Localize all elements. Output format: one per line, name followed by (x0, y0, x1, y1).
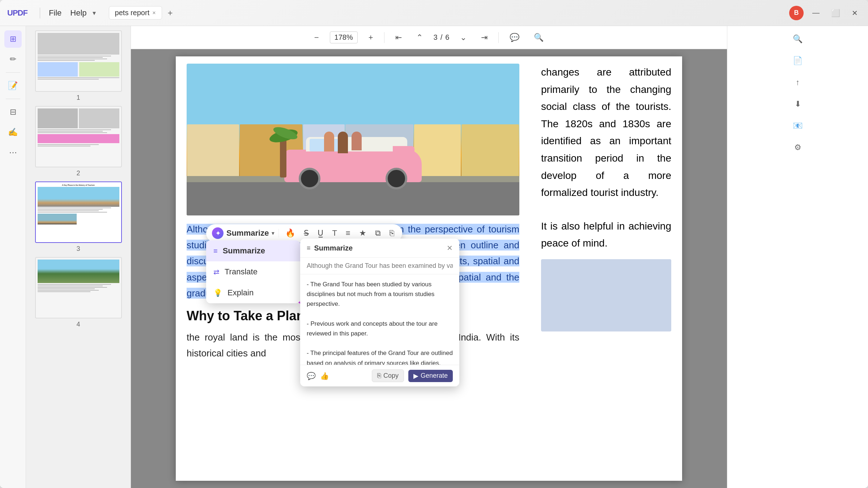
thumbnail-page-2[interactable]: 2 (30, 106, 126, 177)
result-title: Summarize (314, 244, 443, 252)
zoom-out-button[interactable]: − (311, 31, 323, 44)
summarize-menu-label: Summarize (223, 246, 265, 256)
generate-label: Generate (421, 372, 448, 380)
titlebar-divider (40, 8, 40, 18)
thumbnail-page-3[interactable]: A Key Phase in the History of Tourism 3 (30, 181, 126, 253)
summarize-dropdown-arrow[interactable]: ▾ (272, 230, 274, 236)
right-panel-email-icon[interactable]: 📧 (789, 117, 807, 134)
maximize-button[interactable]: ⬜ (828, 7, 843, 19)
toolbar-divider-1 (384, 32, 384, 43)
nav-prev-button[interactable]: ⌃ (413, 31, 426, 44)
nav-last-button[interactable]: ⇥ (477, 31, 491, 44)
nav-next-button[interactable]: ⌄ (456, 31, 470, 44)
result-header: ≡ Summarize ✕ (300, 239, 459, 258)
result-footer: 💬 👍 ⎘ Copy ▶ Generate (300, 365, 459, 386)
summarize-menu-icon: ≡ (213, 247, 218, 255)
thumbnail-page-1[interactable]: 1 (30, 30, 126, 102)
result-line-3: - The principal features of the Grand To… (307, 348, 453, 365)
thumb-img-2 (35, 106, 122, 167)
right-panel-upload-icon[interactable]: ↑ (789, 74, 807, 91)
copy-label: Copy (383, 372, 399, 380)
result-input-field[interactable] (307, 262, 453, 270)
window-controls: B — ⬜ ✕ (789, 6, 861, 20)
thumb-num-2: 2 (76, 170, 80, 177)
thumb-img-3: A Key Phase in the History of Tourism (35, 181, 122, 243)
titlebar-dropdown-arrow[interactable]: ▾ (93, 9, 96, 17)
titlebar-menu: File Help (49, 8, 87, 18)
doc-image (187, 64, 519, 215)
toolbar-underline-icon[interactable]: U̲ (315, 227, 326, 239)
sidebar-divider-2 (6, 99, 20, 99)
total-pages: 6 (445, 33, 449, 42)
thumb-img-1 (35, 30, 122, 92)
dropdown-summarize[interactable]: ≡ Summarize (206, 240, 300, 261)
copy-button[interactable]: ⎘ Copy (372, 369, 404, 382)
summarize-main-button[interactable]: ✦ Summarize ▾ (212, 227, 274, 239)
toolbar-list-icon[interactable]: ≡ (344, 227, 353, 239)
toolbar-copy-icon[interactable]: ⧉ (373, 227, 383, 239)
zoom-level-display[interactable]: 178% (330, 31, 358, 43)
right-panel-download-icon[interactable]: ⬇ (789, 95, 807, 113)
dropdown-explain[interactable]: 💡 Explain (206, 282, 300, 303)
footer-icon-2[interactable]: 👍 (320, 372, 329, 380)
menu-help[interactable]: Help (70, 8, 86, 18)
new-tab-button[interactable]: + (165, 8, 176, 18)
app-logo: UPDF (7, 8, 27, 18)
sidebar-thumbnails-icon[interactable]: ⊞ (4, 30, 22, 48)
summarize-dropdown: ≡ Summarize ⇄ Translate 💡 Explain (206, 240, 300, 303)
toolbar-divider-2 (498, 32, 499, 43)
toolbar-separator (278, 229, 279, 237)
content-area: − 178% + ⇤ ⌃ 3 / 6 ⌄ ⇥ 💬 🔍 (131, 26, 727, 488)
zoom-in-button[interactable]: + (365, 31, 377, 44)
result-content: - The Grand Tour has been studied by var… (300, 274, 459, 365)
nav-first-button[interactable]: ⇤ (392, 31, 405, 44)
page-sep: / (441, 33, 443, 42)
tab-pets-report[interactable]: pets report × (109, 6, 162, 20)
minimize-button[interactable]: — (809, 7, 822, 18)
result-input-area[interactable] (300, 258, 459, 274)
summarize-label: Summarize (226, 228, 269, 238)
sidebar-more-icon[interactable]: ⋯ (4, 144, 22, 161)
right-panel-settings-icon[interactable]: ⚙ (789, 139, 807, 156)
toolbar-highlight-icon[interactable]: 🔥 (283, 227, 297, 239)
close-button[interactable]: ✕ (849, 7, 861, 19)
content-scroll[interactable]: Although the Grand Tour has been examine… (131, 49, 727, 488)
toolbar: − 178% + ⇤ ⌃ 3 / 6 ⌄ ⇥ 💬 🔍 (131, 26, 727, 49)
right-column-text-2: It is also helpful in achieving peace of… (541, 218, 671, 252)
comment-button[interactable]: 💬 (506, 31, 523, 44)
copy-icon: ⎘ (377, 372, 381, 380)
dropdown-translate[interactable]: ⇄ Translate (206, 261, 300, 282)
toolbar-clip-icon[interactable]: ⎘ (387, 227, 396, 239)
toolbar-star-icon[interactable]: ★ (357, 227, 369, 239)
sidebar-edit-icon[interactable]: ✏ (4, 51, 22, 68)
footer-icon-1[interactable]: 💬 (307, 372, 316, 380)
sidebar-sign-icon[interactable]: ✍ (4, 124, 22, 141)
toolbar-text-icon[interactable]: T (330, 227, 339, 239)
search-button[interactable]: 🔍 (530, 31, 547, 44)
thumb-img-4 (35, 257, 122, 318)
tab-close-button[interactable]: × (152, 10, 156, 16)
right-panel-doc-icon[interactable]: 📄 (789, 52, 807, 69)
right-panel: 🔍 📄 ↑ ⬇ 📧 ⚙ (727, 26, 868, 488)
thumb-num-3: 3 (76, 245, 80, 253)
translate-menu-label: Translate (225, 267, 258, 277)
sidebar-divider-1 (6, 72, 20, 73)
user-avatar[interactable]: B (789, 6, 804, 20)
thumbnail-page-4[interactable]: 4 (30, 257, 126, 328)
summarize-result-panel: ≡ Summarize ✕ - The Grand Tour has been … (300, 239, 459, 386)
icon-sidebar: ⊞ ✏ 📝 ⊟ ✍ ⋯ (0, 26, 26, 488)
generate-button[interactable]: ▶ Generate (408, 370, 453, 382)
page-right-column: changes are attributed primarily to the … (530, 56, 682, 368)
right-panel-search-icon[interactable]: 🔍 (789, 30, 807, 48)
sidebar-forms-icon[interactable]: ⊟ (4, 103, 22, 121)
sidebar-annotate-icon[interactable]: 📝 (4, 77, 22, 94)
right-column-text: changes are attributed primarily to the … (541, 64, 671, 201)
result-header-icon: ≡ (307, 244, 311, 252)
menu-file[interactable]: File (49, 8, 61, 18)
toolbar-strikethrough-icon[interactable]: S̶ (302, 227, 311, 239)
tab-bar: pets report × + (109, 6, 176, 20)
current-page: 3 (434, 33, 438, 42)
ai-icon: ✦ (212, 227, 224, 239)
page-navigation: 3 / 6 (434, 33, 450, 42)
result-close-button[interactable]: ✕ (447, 244, 453, 252)
